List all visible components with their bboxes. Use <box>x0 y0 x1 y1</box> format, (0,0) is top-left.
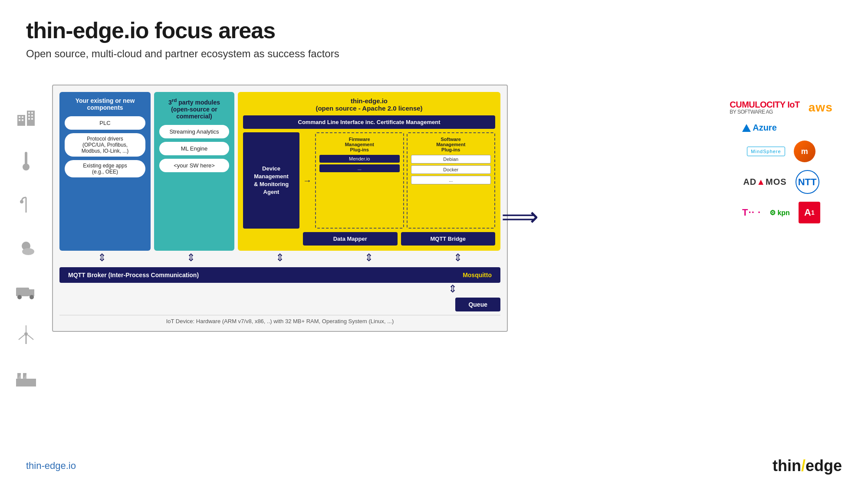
temperature-icon <box>13 147 39 174</box>
svg-rect-2 <box>19 116 20 118</box>
streetlight-icon <box>13 191 39 217</box>
azure-triangle-icon <box>742 124 751 132</box>
windturbine-icon <box>13 321 39 347</box>
aws-logo: aws <box>809 101 833 115</box>
svg-rect-18 <box>16 288 29 296</box>
iot-footer: IoT Device: Hardware (ARM v7/v8, x86, ..… <box>59 315 500 324</box>
arrow-col1: ⇕ <box>98 252 106 264</box>
factory-icon <box>13 364 39 390</box>
col-thinedge-title: thin-edge.io(open source - Apache 2.0 li… <box>243 97 495 112</box>
svg-point-20 <box>30 295 34 299</box>
ml-engine-box: ML Engine <box>159 142 229 155</box>
page-header: thin-edge.io focus areas Open source, mu… <box>0 0 868 64</box>
telekom-logo: T·· · <box>742 207 761 218</box>
queue-box: Queue <box>455 298 500 311</box>
cli-bar: Command Line Interface inc. Certificate … <box>243 115 495 129</box>
mqtt-broker-label: MQTT Broker (Inter-Process Communication… <box>68 272 199 278</box>
software-dots: ... <box>411 176 491 184</box>
svg-point-19 <box>17 295 22 299</box>
firmware-plugin-title: FirmwareManagementPlug-ins <box>345 137 374 152</box>
svg-line-25 <box>28 335 33 340</box>
partner-row-1: CUMULOCITY IoTBY SOFTWARE AG aws <box>707 100 855 115</box>
queue-arrow: ⇕ <box>59 283 500 295</box>
software-plugin-box: SoftwareManagementPlug-ins Debian Docker… <box>407 132 496 229</box>
arrows-row: ⇕ ⇕ ⇕ ⇕ ⇕ <box>59 251 500 265</box>
page-footer: thin-edge.io thin/edge <box>0 457 868 475</box>
brand-edge: edge <box>806 457 842 475</box>
svg-rect-12 <box>25 152 27 165</box>
arrow-col3b: ⇕ <box>365 252 373 264</box>
svg-rect-10 <box>28 118 30 120</box>
footer-url: thin-edge.io <box>26 460 76 472</box>
firmware-plugin-box: FirmwareManagementPlug-ins Mender.io ... <box>315 132 404 229</box>
adamos-logo: AD▲MOS <box>743 177 786 187</box>
svg-line-24 <box>19 335 24 340</box>
data-mapper-box: Data Mapper <box>303 232 398 246</box>
partner-row-4: AD▲MOS NTT <box>707 170 855 194</box>
page-subtitle: Open source, multi-cloud and partner eco… <box>26 48 842 60</box>
docker-item: Docker <box>411 165 491 174</box>
debian-item: Debian <box>411 155 491 164</box>
your-sw-box: <your SW here> <box>159 159 229 172</box>
architecture-diagram: Your existing or newcomponents PLC Proto… <box>52 85 508 332</box>
weather-icon <box>13 234 39 260</box>
col-thinedge: thin-edge.io(open source - Apache 2.0 li… <box>238 92 500 251</box>
col-existing: Your existing or newcomponents PLC Proto… <box>59 92 151 251</box>
mqtt-bridge-box: MQTT Bridge <box>401 232 496 246</box>
mosquitto-label: Mosquitto <box>463 272 492 278</box>
cumulocity-sub: BY SOFTWARE AG <box>730 109 800 115</box>
svg-rect-8 <box>28 115 30 117</box>
svg-point-17 <box>22 248 34 255</box>
a1-logo: A1 <box>799 202 820 223</box>
truck-icon <box>13 278 39 304</box>
plc-box: PLC <box>65 116 145 130</box>
svg-rect-11 <box>31 118 33 120</box>
mindsphere-logo: MindSphere <box>747 147 785 156</box>
col-existing-title: Your existing or newcomponents <box>76 97 135 111</box>
tm-logo: m <box>794 141 815 162</box>
software-plugin-title: SoftwareManagementPlug-ins <box>436 137 465 152</box>
queue-row: Queue <box>59 298 500 311</box>
menderio-item: Mender.io <box>319 155 400 163</box>
azure-label: Azure <box>753 123 777 133</box>
thinedge-brand: thin/edge <box>773 457 842 475</box>
partner-row-3: MindSphere m <box>707 141 855 162</box>
device-mgmt-box: DeviceManagement& MonitoringAgent <box>243 132 299 229</box>
svg-rect-9 <box>31 115 33 117</box>
svg-point-15 <box>20 200 23 203</box>
city-icon <box>13 104 39 130</box>
svg-rect-6 <box>28 112 30 114</box>
svg-point-22 <box>24 332 28 336</box>
arrow-col2: ⇕ <box>187 252 195 264</box>
plugins-area: FirmwareManagementPlug-ins Mender.io ...… <box>315 132 495 229</box>
svg-rect-4 <box>19 119 20 121</box>
kpn-logo: ⚙ kpn <box>769 209 790 217</box>
partner-row-5: T·· · ⚙ kpn A1 <box>707 202 855 223</box>
arrow-col3a: ⇕ <box>276 252 284 264</box>
svg-rect-1 <box>27 111 35 126</box>
partners-area: CUMULOCITY IoTBY SOFTWARE AG aws Azure M… <box>707 100 855 223</box>
existing-edge-apps-box: Existing edge apps(e.g., OEE) <box>65 160 145 177</box>
protocol-drivers-box: Protocol drivers(OPC/UA, Profibus,Modbus… <box>65 133 145 157</box>
col-third-party-title: 3rd party modules(open-source orcommerci… <box>168 97 220 120</box>
svg-rect-26 <box>16 379 36 386</box>
svg-rect-3 <box>22 116 23 118</box>
sidebar-icons <box>13 104 39 390</box>
partner-row-2: Azure <box>707 123 855 133</box>
cloud-arrow: ⟹ <box>501 204 539 230</box>
firmware-dots: ... <box>319 164 400 172</box>
mqtt-broker-bar: MQTT Broker (Inter-Process Communication… <box>59 267 500 283</box>
page-title: thin-edge.io focus areas <box>26 17 842 43</box>
arrow-col3c: ⇕ <box>454 252 462 264</box>
cumulocity-logo: CUMULOCITY IoTBY SOFTWARE AG <box>730 100 800 115</box>
col-third-party: 3rd party modules(open-source orcommerci… <box>154 92 234 251</box>
svg-rect-0 <box>17 115 25 126</box>
svg-rect-5 <box>22 119 23 121</box>
svg-point-13 <box>23 164 30 170</box>
ntt-logo: NTT <box>796 170 819 194</box>
azure-logo: Azure <box>742 123 777 133</box>
streaming-analytics-box: Streaming Analytics <box>159 125 229 138</box>
svg-rect-7 <box>31 112 33 114</box>
